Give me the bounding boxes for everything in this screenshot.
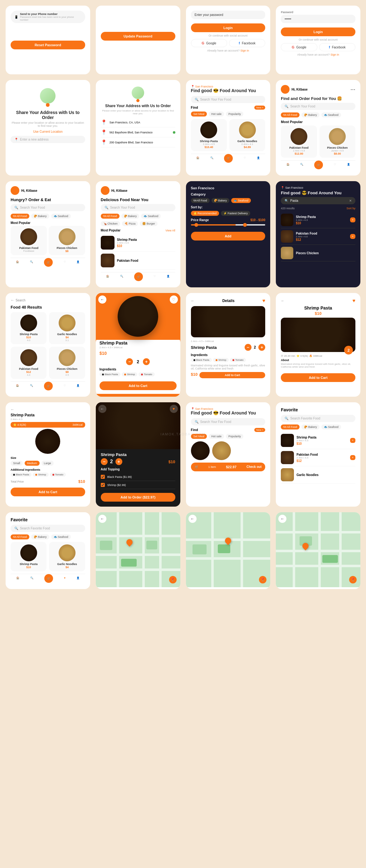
pill-bakery-del[interactable]: 🥐 Bakery — [121, 214, 139, 219]
details-add-to-cart[interactable]: Add to Cart — [199, 372, 265, 378]
result-chicken[interactable]: Pieces Chicken — [281, 245, 355, 261]
add-btn-result2[interactable]: + — [350, 234, 355, 239]
food-pakistan[interactable]: Pakistan Food 2.4mi • 4.9 $12.80 — [281, 126, 317, 158]
fav2-all[interactable]: 🍽 All Food — [11, 534, 29, 539]
update-password-button[interactable]: Update Password — [101, 32, 175, 41]
nav-heart[interactable]: ♡ — [244, 156, 246, 163]
location-item-2[interactable]: 📍 562 Bayshore Blvd, San Francisco — [101, 127, 175, 137]
favorites-search[interactable]: 🔍 Search Favorite Food — [281, 415, 355, 422]
result-shrimp[interactable]: Shrimp Pasta 2.4mi • 4.3 $10 + — [281, 212, 355, 228]
back-arrow-details[interactable]: ← — [191, 299, 195, 303]
topping-plus[interactable]: + — [115, 458, 122, 465]
details-plus[interactable]: + — [258, 344, 265, 351]
details-minus[interactable]: − — [245, 344, 252, 351]
pill-hotsale-cart[interactable]: Hot sale — [209, 434, 224, 439]
filter-seafood[interactable]: 🐟 Seafood — [231, 198, 251, 203]
pill-all-food[interactable]: 🍽 All Food — [281, 113, 300, 118]
back-btn-topping[interactable]: ← — [98, 405, 106, 413]
pill-all-del[interactable]: 🍽 All Food — [101, 214, 120, 219]
pill-all-hungry[interactable]: 🍽 All Food — [11, 214, 29, 219]
pill-bakery-hungry[interactable]: 🥐 Bakery — [31, 214, 49, 219]
hungry-search[interactable]: 🔍 Search Your Food — [11, 204, 85, 211]
pill-seafood-hungry[interactable]: 🐟 Seafood — [51, 214, 71, 219]
map-location-btn-2[interactable]: 📍 — [259, 576, 266, 584]
filter-add-button[interactable]: Add — [191, 232, 266, 241]
pasta-search[interactable]: 🔍 Pasta ✕ — [281, 197, 355, 204]
topping-minus[interactable]: − — [101, 458, 108, 465]
add-to-cart-btn[interactable]: Add to Cart — [100, 381, 177, 390]
slider-thumb-right[interactable] — [243, 223, 247, 227]
size-medium[interactable]: Medium — [25, 461, 40, 466]
size-small[interactable]: Small — [11, 461, 23, 466]
size-large[interactable]: Large — [41, 461, 54, 466]
topping-2[interactable]: Shrimp ($2.99) — [101, 481, 175, 489]
pill-set-meal[interactable]: Set Meal — [191, 112, 207, 117]
fav-add-1[interactable]: + — [350, 438, 355, 443]
fav-add-2[interactable]: + — [350, 455, 355, 460]
nav-heart-2[interactable]: ♡ — [334, 163, 336, 169]
fav-pakistan[interactable]: Pakistan Food 2.4mi • 4.5 $12 + — [281, 449, 355, 466]
map-location-btn[interactable]: 📍 — [169, 576, 177, 584]
back-arrow-size[interactable]: ← — [11, 407, 14, 412]
fav-seafood[interactable]: 🐟 Seafood — [321, 425, 341, 430]
slider-thumb-left[interactable] — [194, 223, 198, 227]
location-item-1[interactable]: 📍 San Francisco, CA, USA — [101, 118, 175, 127]
fav-bakery[interactable]: 🥐 Bakery — [301, 425, 320, 430]
del-food-2[interactable]: Pakistan Food — [101, 252, 175, 270]
facebook-login-btn2[interactable]: f Facebook — [319, 43, 355, 51]
hungry-chicken[interactable]: Pieces Chicken $8 — [49, 226, 85, 255]
nav-profile[interactable]: 👤 — [257, 156, 260, 163]
facebook-login-button[interactable]: f Facebook — [229, 39, 265, 47]
add-order-btn[interactable]: Add to Order ($22.97) — [101, 493, 175, 502]
login-button[interactable]: Login — [191, 24, 266, 32]
use-location-link[interactable]: Use Current Location — [11, 130, 85, 133]
sort-by-btn[interactable]: Sort by — [346, 207, 355, 210]
google-login-button[interactable]: G Google — [191, 39, 227, 47]
pill-setmeal-cart[interactable]: Set Meal — [191, 434, 207, 439]
filter-bakery[interactable]: 🥐 Bakery — [211, 198, 230, 203]
pill-burger[interactable]: 🍔 Burger — [140, 221, 158, 226]
food-item-noodles[interactable]: Garlic Noodles 2.4mi • 4.1 $4.89 — [229, 119, 265, 151]
topping-1[interactable]: Black Pasta ($1.99) — [101, 473, 175, 481]
nav-profile-2[interactable]: 👤 — [347, 163, 350, 169]
heart-pasta[interactable]: ♥ — [353, 298, 356, 304]
signin-link[interactable]: Sign in — [240, 49, 249, 52]
pill-seafood[interactable]: 🐟 Seafood — [321, 113, 341, 118]
nav-search[interactable]: 🔍 — [210, 156, 213, 163]
map-back-1[interactable]: ← — [98, 515, 106, 523]
pill-popularity[interactable]: Popularity — [226, 112, 243, 117]
fav2-seafood[interactable]: 🐟 Seafood — [51, 534, 71, 539]
sr-chicken[interactable]: Pieces Chicken $8 4.5 — [49, 347, 85, 379]
signin-link-2[interactable]: Sign in — [330, 53, 339, 56]
pill-seafood-del[interactable]: 🐟 Seafood — [141, 214, 161, 219]
hungry-pak[interactable]: Pakistan Food Foodbase — [11, 226, 47, 255]
email-input[interactable]: Enter your password — [191, 11, 266, 19]
location-item-3[interactable]: 📍 200 Gapshore Blvd, San Francisco — [101, 137, 175, 148]
pill-chicken[interactable]: 🍗 Chicken — [101, 221, 120, 226]
find-food-search[interactable]: 🔍 Search Your Fav Food — [191, 96, 266, 103]
heart-btn-topping[interactable]: ♥ — [170, 405, 178, 413]
fav-all[interactable]: 🍽 All Food — [281, 425, 300, 430]
map-location-btn-3[interactable]: 📍 — [349, 576, 357, 584]
back-btn-hero[interactable]: ← — [98, 296, 106, 304]
pill-bakery[interactable]: 🥐 Bakery — [301, 113, 320, 118]
price-slider[interactable] — [191, 224, 266, 225]
map-back-3[interactable]: ← — [278, 515, 287, 523]
sr-noodles[interactable]: Garlic Noodles $4 3.1 — [49, 312, 85, 344]
nav-search-2[interactable]: 🔍 — [300, 163, 303, 169]
fav2-bakery[interactable]: 🥐 Bakery — [31, 534, 49, 539]
sr-pakistan[interactable]: Pakistan Food $12 4.4 — [11, 347, 46, 379]
reset-password-button[interactable]: Reset Password — [11, 41, 85, 49]
sr-shrimp[interactable]: Shrimp Pasta $10 4.0 — [11, 312, 46, 344]
nav-cart-fab-2[interactable]: 🛒 — [314, 160, 323, 169]
nav-cart-fab[interactable]: 🛒 — [224, 154, 233, 163]
filter-all-food[interactable]: 🍽 All Food — [191, 198, 210, 203]
password-input[interactable]: •••••• — [281, 15, 355, 23]
find-order-search[interactable]: 🔍 Search Your Food — [281, 103, 355, 110]
login-button-2[interactable]: Login — [281, 28, 355, 36]
heart-details[interactable]: ♥ — [262, 298, 266, 304]
size-add-cart[interactable]: Add to Cart — [11, 488, 85, 496]
cart-bar-search[interactable]: 🔍 Search Your Fav Food — [191, 418, 266, 426]
fav2-noodles[interactable]: Garlic Noodles $4 — [49, 542, 85, 571]
heart-btn-hero[interactable]: ♡ — [170, 296, 178, 304]
